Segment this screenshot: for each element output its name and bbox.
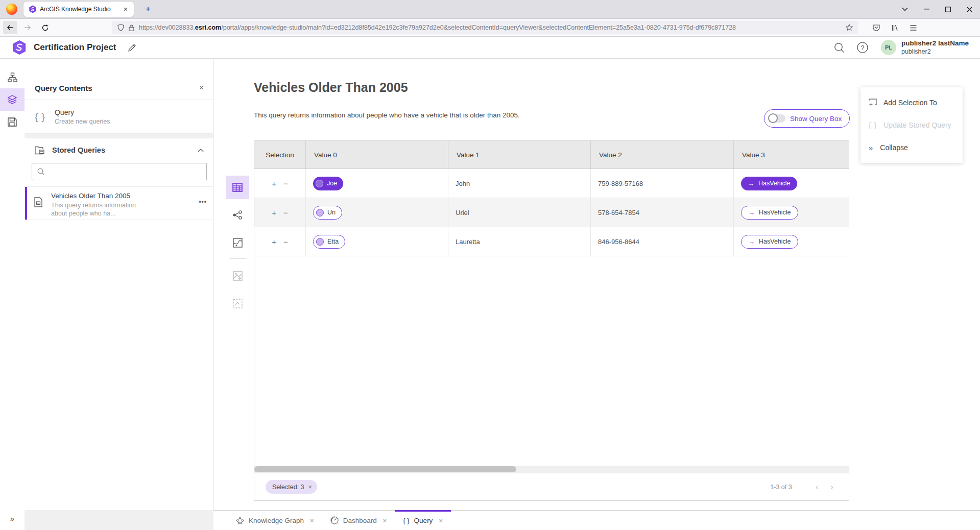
scrollbar-thumb[interactable]: [254, 466, 516, 472]
tab-dashboard[interactable]: Dashboard ×: [322, 511, 395, 530]
search-input[interactable]: [49, 168, 201, 176]
window-close-button[interactable]: [959, 0, 980, 18]
entity-dot-icon: [316, 209, 324, 216]
save-icon[interactable]: [0, 111, 25, 133]
help-icon[interactable]: ?: [851, 37, 874, 58]
toggle-switch[interactable]: [769, 114, 785, 123]
search-icon[interactable]: [828, 37, 851, 58]
next-page-icon[interactable]: ›: [824, 482, 840, 492]
contents-layers-icon[interactable]: [0, 88, 25, 111]
clear-selection-icon[interactable]: ×: [308, 483, 313, 491]
chevron-up-icon[interactable]: [198, 149, 204, 152]
show-query-box-label: Show Query Box: [790, 115, 842, 123]
menu-item-update-stored-query[interactable]: { } Update Stored Query: [861, 114, 963, 136]
remove-from-selection-button[interactable]: −: [283, 209, 288, 216]
new-tab-button[interactable]: +: [141, 2, 155, 16]
arcgis-favicon: [29, 5, 37, 13]
relationship-pill[interactable]: →HasVehicle: [741, 177, 797, 190]
url-bar[interactable]: https://dev0028833.esri.com/portal/apps/…: [112, 21, 858, 34]
table-row: +−EttaLauretta846-956-8644→HasVehicle: [254, 227, 849, 256]
entity-pill[interactable]: Etta: [313, 235, 345, 249]
menu-item-add-selection-to[interactable]: Add Selection To: [861, 91, 963, 114]
forward-button[interactable]: [20, 21, 35, 34]
panel-divider: [25, 134, 213, 138]
column-header[interactable]: Value 1: [448, 141, 591, 168]
app-header: Certification Project ? PL publisher2 la…: [0, 37, 980, 59]
tab-close-icon[interactable]: ×: [439, 517, 443, 524]
horizontal-scrollbar[interactable]: [254, 466, 849, 473]
remove-from-selection-button[interactable]: −: [283, 180, 288, 187]
add-to-selection-button[interactable]: +: [272, 238, 276, 246]
expand-rail-icon[interactable]: »: [0, 511, 25, 526]
table-row: +−UriUriel578-654-7854→HasVehicle: [254, 198, 849, 227]
menu-item-label: Collapse: [880, 143, 907, 152]
new-map-icon[interactable]: [226, 264, 249, 287]
column-header[interactable]: Value 2: [591, 141, 734, 168]
tab-label: Query: [414, 517, 433, 524]
menu-item-label: Add Selection To: [883, 99, 937, 107]
edit-project-title-icon[interactable]: [128, 43, 136, 52]
value1-cell: Lauretta: [448, 227, 591, 256]
lock-icon[interactable]: [129, 25, 134, 31]
link-chart-icon[interactable]: [226, 203, 249, 227]
add-to-selection-button[interactable]: +: [272, 180, 276, 187]
stored-query-item[interactable]: Vehicles Older Than 2005 This query retu…: [25, 186, 213, 220]
selection-cell: +−: [254, 198, 306, 227]
more-options-icon[interactable]: •••: [199, 198, 207, 220]
back-button[interactable]: [3, 21, 17, 34]
tab-label: Knowledge Graph: [249, 517, 304, 524]
selection-view-icon[interactable]: [226, 292, 249, 315]
browser-tab[interactable]: ArcGIS Knowledge Studio ×: [23, 2, 134, 17]
data-model-icon[interactable]: [0, 66, 25, 88]
selection-context-menu: Add Selection To { } Update Stored Query…: [861, 87, 963, 163]
panel-footer: [25, 510, 213, 530]
previous-page-icon[interactable]: ‹: [809, 482, 825, 492]
table-empty-area: [254, 256, 849, 466]
relationship-pill[interactable]: →HasVehicle: [741, 235, 798, 249]
stored-queries-search[interactable]: [32, 163, 207, 180]
library-icon[interactable]: [888, 21, 902, 34]
stored-queries-header[interactable]: Stored Queries: [25, 138, 213, 162]
firefox-icon[interactable]: [6, 4, 17, 15]
list-tabs-icon[interactable]: [894, 0, 916, 18]
window-maximize-button[interactable]: [937, 0, 959, 18]
pagination-label: 1-3 of 3: [770, 484, 792, 491]
tab-knowledge-graph[interactable]: Knowledge Graph ×: [228, 511, 322, 530]
query-description: This query returns information about peo…: [254, 111, 520, 119]
reload-button[interactable]: [38, 21, 52, 34]
relationship-pill[interactable]: →HasVehicle: [741, 206, 798, 220]
entity-pill[interactable]: Uri: [313, 206, 342, 220]
column-header[interactable]: Value 3: [734, 141, 849, 168]
menu-item-collapse[interactable]: » Collapse: [861, 136, 963, 159]
shield-icon[interactable]: [117, 24, 124, 31]
tab-close-icon[interactable]: ×: [122, 5, 130, 13]
menu-icon[interactable]: [906, 21, 920, 34]
add-to-selection-button[interactable]: +: [272, 209, 276, 216]
remove-from-selection-button[interactable]: −: [283, 238, 288, 246]
entity-pill[interactable]: Joe: [313, 177, 343, 190]
relationship-cell: →HasVehicle: [734, 169, 849, 198]
pocket-icon[interactable]: [869, 21, 883, 34]
column-header[interactable]: Value 0: [306, 141, 448, 168]
url-text[interactable]: https://dev0028833.esri.com/portal/apps/…: [139, 24, 846, 31]
column-header[interactable]: Selection: [254, 141, 306, 168]
selected-chip-label: Selected: 3: [272, 484, 304, 491]
window-minimize-button[interactable]: [916, 0, 937, 18]
project-title: Certification Project: [34, 42, 116, 53]
table-view-icon[interactable]: [226, 176, 249, 199]
panel-close-icon[interactable]: ×: [199, 83, 204, 92]
query-item[interactable]: { } Query Create new queries: [25, 100, 213, 134]
app-body: » Query Contents × { } Query Create new …: [0, 59, 980, 530]
tab-close-icon[interactable]: ×: [310, 517, 314, 524]
tab-close-icon[interactable]: ×: [383, 517, 387, 524]
show-query-box-toggle[interactable]: Show Query Box: [764, 109, 850, 128]
user-block[interactable]: publisher2 lastName publisher2: [901, 39, 969, 56]
value2-cell: 846-956-8644: [591, 227, 734, 256]
selected-chip[interactable]: Selected: 3 ×: [266, 480, 317, 494]
entity-cell: Joe: [306, 169, 448, 198]
map-view-icon[interactable]: [226, 231, 249, 254]
bookmark-star-icon[interactable]: [846, 24, 853, 31]
avatar[interactable]: PL: [881, 40, 896, 55]
value2-cell: 759-889-57168: [591, 169, 734, 198]
tab-query[interactable]: { } Query ×: [395, 511, 451, 530]
